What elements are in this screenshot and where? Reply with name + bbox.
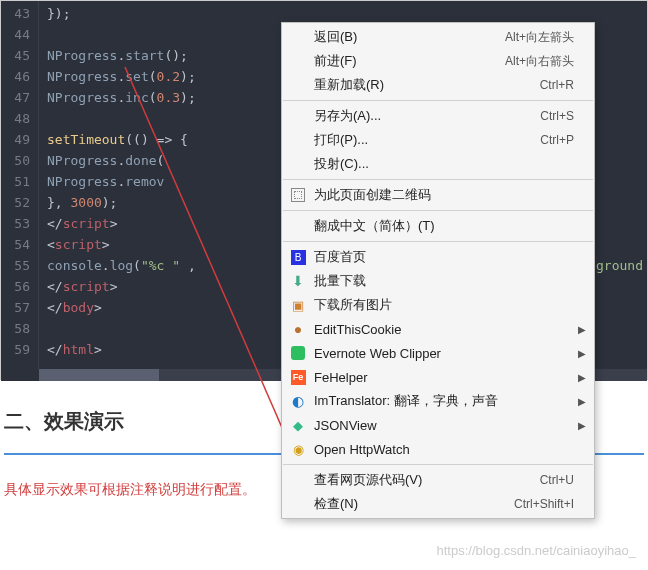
menu-editthiscookie[interactable]: ●EditThisCookie▶: [282, 317, 594, 341]
menu-separator: [283, 241, 593, 242]
evernote-icon: [290, 345, 306, 361]
menu-cast[interactable]: 投射(C)...: [282, 152, 594, 176]
fehelper-icon: Fe: [290, 369, 306, 385]
menu-reload[interactable]: 重新加载(R)Ctrl+R: [282, 73, 594, 97]
menu-forward[interactable]: 前进(F)Alt+向右箭头: [282, 49, 594, 73]
menu-baidu[interactable]: B百度首页: [282, 245, 594, 269]
qr-icon: [290, 187, 306, 203]
menu-separator: [283, 179, 593, 180]
cookie-icon: ●: [290, 321, 306, 337]
line-gutter: 4344454647484950515253545556575859: [1, 1, 39, 369]
scrollbar-thumb[interactable]: [39, 369, 159, 381]
menu-print[interactable]: 打印(P)...Ctrl+P: [282, 128, 594, 152]
chevron-right-icon: ▶: [578, 420, 586, 431]
menu-fehelper[interactable]: FeFeHelper▶: [282, 365, 594, 389]
menu-batch-download[interactable]: ⬇批量下载: [282, 269, 594, 293]
chevron-right-icon: ▶: [578, 348, 586, 359]
httpwatch-icon: ◉: [290, 441, 306, 457]
context-menu: 返回(B)Alt+向左箭头 前进(F)Alt+向右箭头 重新加载(R)Ctrl+…: [281, 22, 595, 519]
menu-save-as[interactable]: 另存为(A)...Ctrl+S: [282, 104, 594, 128]
translator-icon: ◐: [290, 393, 306, 409]
chevron-right-icon: ▶: [578, 396, 586, 407]
jsonview-icon: ◆: [290, 417, 306, 433]
menu-back[interactable]: 返回(B)Alt+向左箭头: [282, 25, 594, 49]
menu-create-qr[interactable]: 为此页面创建二维码: [282, 183, 594, 207]
chevron-right-icon: ▶: [578, 372, 586, 383]
image-icon: ▣: [290, 297, 306, 313]
menu-separator: [283, 210, 593, 211]
download-icon: ⬇: [290, 273, 306, 289]
menu-imtranslator[interactable]: ◐ImTranslator: 翻译，字典，声音▶: [282, 389, 594, 413]
chevron-right-icon: ▶: [578, 324, 586, 335]
menu-separator: [283, 100, 593, 101]
menu-translate[interactable]: 翻成中文（简体）(T): [282, 214, 594, 238]
watermark: https://blog.csdn.net/cainiaoyihao_: [437, 543, 636, 558]
menu-evernote[interactable]: Evernote Web Clipper▶: [282, 341, 594, 365]
menu-view-source[interactable]: 查看网页源代码(V)Ctrl+U: [282, 468, 594, 492]
menu-separator: [283, 464, 593, 465]
menu-httpwatch[interactable]: ◉Open HttpWatch: [282, 437, 594, 461]
menu-download-images[interactable]: ▣下载所有图片: [282, 293, 594, 317]
baidu-icon: B: [290, 249, 306, 265]
menu-jsonview[interactable]: ◆JSONView▶: [282, 413, 594, 437]
menu-inspect[interactable]: 检查(N)Ctrl+Shift+I: [282, 492, 594, 516]
